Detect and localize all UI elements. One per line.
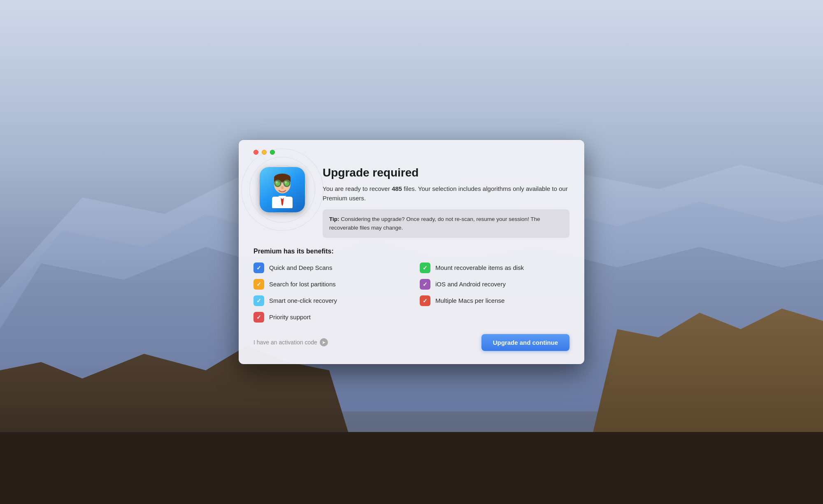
file-count: 485 (392, 185, 402, 192)
dialog-description: You are ready to recover 485 files. Your… (323, 184, 570, 203)
label-priority-support: Priority support (269, 314, 311, 321)
benefit-multiple-macs: ✓ Multiple Macs per license (420, 295, 570, 306)
upgrade-button[interactable]: Upgrade and continue (481, 334, 570, 351)
checkbox-ios-android: ✓ (420, 279, 430, 290)
checkbox-priority-support: ✓ (253, 312, 264, 323)
label-quick-scans: Quick and Deep Scans (269, 264, 332, 271)
label-ios-android: iOS and Android recovery (435, 281, 506, 288)
label-one-click: Smart one-click recovery (269, 297, 337, 304)
activation-arrow-icon: ➤ (320, 338, 328, 346)
dialog-footer: I have an activation code ➤ Upgrade and … (253, 334, 570, 351)
label-multiple-macs: Multiple Macs per license (435, 297, 504, 304)
activation-link-text: I have an activation code (253, 339, 317, 346)
tip-label: Tip: (329, 216, 339, 222)
tip-box: Tip: Considering the upgrade? Once ready… (323, 209, 570, 238)
benefit-one-click: ✓ Smart one-click recovery (253, 295, 403, 306)
header-area: Upgrade required You are ready to recove… (253, 163, 570, 238)
svg-point-13 (275, 181, 278, 183)
checkbox-multiple-macs: ✓ (420, 295, 430, 306)
dialog-overlay: Upgrade required You are ready to recove… (0, 0, 823, 504)
benefit-lost-partitions: ✓ Search for lost partitions (253, 279, 403, 290)
label-mount-disk: Mount recoverable items as disk (435, 264, 524, 271)
svg-point-17 (281, 186, 284, 189)
label-lost-partitions: Search for lost partitions (269, 281, 336, 288)
benefits-grid: ✓ Quick and Deep Scans ✓ Mount recoverab… (253, 262, 570, 323)
checkbox-quick-scans: ✓ (253, 262, 264, 273)
checkbox-one-click: ✓ (253, 295, 264, 306)
close-button[interactable] (253, 150, 258, 155)
checkbox-mount-disk: ✓ (420, 262, 430, 273)
svg-point-16 (284, 181, 287, 183)
app-icon (260, 167, 305, 212)
checkbox-lost-partitions: ✓ (253, 279, 264, 290)
upgrade-dialog: Upgrade required You are ready to recove… (239, 140, 584, 364)
benefits-title: Premium has its benefits: (253, 248, 570, 255)
benefit-mount-disk: ✓ Mount recoverable items as disk (420, 262, 570, 273)
benefit-priority-support: ✓ Priority support (253, 312, 403, 323)
benefit-ios-android: ✓ iOS and Android recovery (420, 279, 570, 290)
benefits-section: Premium has its benefits: ✓ Quick and De… (253, 248, 570, 323)
benefit-quick-scans: ✓ Quick and Deep Scans (253, 262, 403, 273)
desc-pre: You are ready to recover (323, 185, 392, 192)
dialog-title: Upgrade required (323, 166, 570, 179)
activation-link[interactable]: I have an activation code ➤ (253, 338, 328, 346)
tip-text: Considering the upgrade? Once ready, do … (329, 216, 540, 230)
header-text: Upgrade required You are ready to recove… (323, 163, 570, 238)
